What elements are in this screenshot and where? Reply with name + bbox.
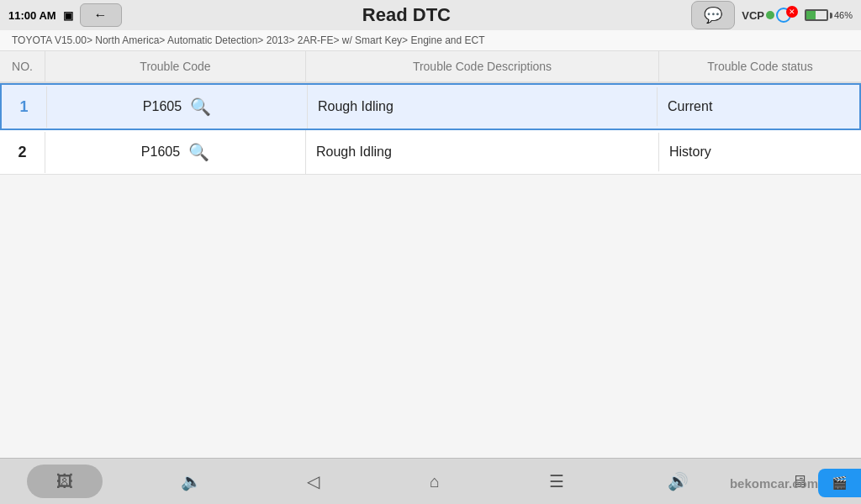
row1-no: 1 bbox=[2, 87, 47, 128]
back-nav-icon: ◁ bbox=[307, 471, 320, 491]
time-display: 11:00 AM bbox=[8, 9, 56, 22]
menu-icon: ☰ bbox=[549, 471, 564, 491]
status-bar: 11:00 AM ▣ ← Read DTC 💬 VCP ✕ 46% bbox=[0, 0, 861, 30]
status-left: 11:00 AM ▣ ← bbox=[8, 3, 122, 27]
home-button[interactable]: ⌂ bbox=[401, 465, 468, 498]
dtc-table: NO. Trouble Code Trouble Code Descriptio… bbox=[0, 51, 861, 175]
row2-code-cell: P1605 🔍 bbox=[45, 130, 306, 174]
x-badge: ✕ bbox=[786, 6, 798, 18]
watermark: bekomcar.com 🎬 bbox=[730, 469, 861, 497]
back-nav-button[interactable]: ◁ bbox=[279, 465, 346, 498]
col-desc: Trouble Code Descriptions bbox=[306, 51, 659, 81]
cam-icon: 🎬 bbox=[832, 475, 848, 490]
battery-indicator: 46% bbox=[805, 9, 853, 21]
header-right: 💬 VCP ✕ 46% bbox=[691, 1, 853, 29]
page-title: Read DTC bbox=[122, 4, 692, 26]
table-row[interactable]: 2 P1605 🔍 Rough Idling History bbox=[0, 130, 861, 175]
row2-status: History bbox=[659, 133, 861, 171]
globe-container: ✕ bbox=[776, 8, 798, 23]
battery-tip bbox=[830, 13, 832, 18]
row1-status: Current bbox=[658, 87, 859, 126]
breadcrumb: TOYOTA V15.00> North America> Automatic … bbox=[0, 30, 861, 51]
back-button[interactable]: ← bbox=[80, 3, 122, 27]
message-icon: 💬 bbox=[704, 6, 722, 24]
menu-button[interactable]: ☰ bbox=[523, 465, 590, 498]
battery-percent: 46% bbox=[834, 10, 853, 20]
watermark-button[interactable]: 🎬 bbox=[818, 469, 861, 497]
row2-desc: Rough Idling bbox=[306, 133, 659, 171]
battery-box bbox=[805, 9, 828, 21]
vol-up-button[interactable]: 🔊 bbox=[645, 465, 712, 498]
col-status: Trouble Code status bbox=[659, 51, 861, 81]
battery-fill bbox=[806, 11, 816, 19]
search-icon[interactable]: 🔍 bbox=[190, 97, 211, 117]
wifi-icon bbox=[766, 11, 774, 19]
back-icon: ← bbox=[94, 8, 108, 23]
col-code: Trouble Code bbox=[45, 51, 306, 81]
table-row[interactable]: 1 P1605 🔍 Rough Idling Current bbox=[0, 83, 861, 130]
row1-code-cell: P1605 🔍 bbox=[47, 85, 308, 129]
row1-code: P1605 bbox=[143, 99, 182, 114]
vcp-label: VCP bbox=[742, 9, 764, 22]
vol-down-icon: 🔈 bbox=[181, 471, 202, 491]
vol-up-icon: 🔊 bbox=[668, 471, 689, 491]
status-icon: ▣ bbox=[63, 9, 73, 22]
row2-no: 2 bbox=[0, 132, 45, 173]
vcp-indicator: VCP ✕ bbox=[742, 8, 798, 23]
row1-desc: Rough Idling bbox=[308, 87, 658, 126]
search-icon[interactable]: 🔍 bbox=[188, 142, 209, 162]
vol-down-button[interactable]: 🔈 bbox=[157, 465, 224, 498]
watermark-text: bekomcar.com bbox=[730, 476, 818, 491]
row2-code: P1605 bbox=[141, 144, 180, 160]
bottom-nav: 🖼 🔈 ◁ ⌂ ☰ 🔊 🖥 bekomcar.com 🎬 bbox=[0, 458, 861, 504]
home-icon: ⌂ bbox=[430, 472, 440, 491]
col-no: NO. bbox=[0, 51, 45, 81]
gallery-button[interactable]: 🖼 bbox=[27, 465, 103, 498]
breadcrumb-path: TOYOTA V15.00> North America> Automatic … bbox=[12, 34, 485, 46]
message-button[interactable]: 💬 bbox=[691, 1, 735, 29]
table-header: NO. Trouble Code Trouble Code Descriptio… bbox=[0, 51, 861, 83]
gallery-icon: 🖼 bbox=[56, 472, 73, 491]
